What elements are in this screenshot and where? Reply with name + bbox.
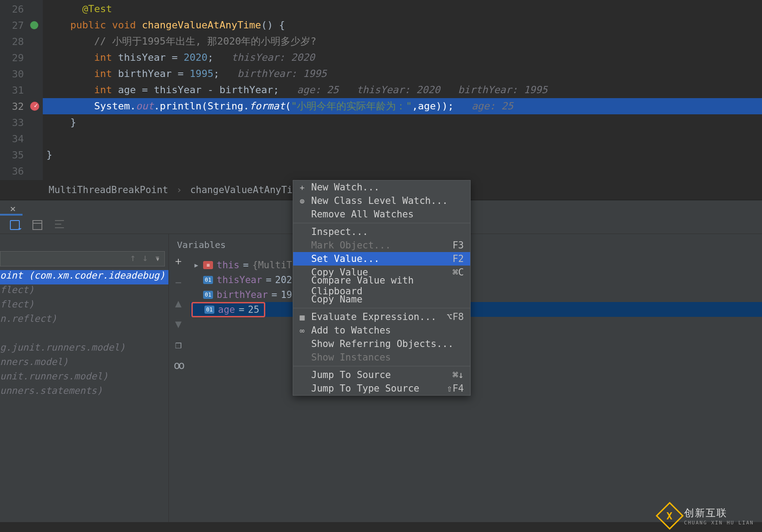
variable-name: thisYear (217, 275, 262, 285)
menu-label: Set Value... (311, 253, 380, 264)
gutter-line[interactable]: 36 (0, 163, 43, 179)
gutter-line[interactable]: 34 (0, 131, 43, 147)
arrow-down-icon[interactable]: ↓ (142, 252, 148, 263)
frame-item[interactable]: unners.statements) (0, 385, 168, 400)
watermark-brand: 创新互联 (684, 506, 754, 520)
identifier: System (94, 100, 130, 112)
menu-item-add-watches[interactable]: ∞Add to Watches (293, 324, 470, 337)
logo-icon: X (656, 502, 684, 530)
menu-item-compare-clipboard[interactable]: Compare Value with Clipboard (293, 279, 470, 293)
menu-item-remove-watches[interactable]: Remove All Watches (293, 207, 470, 221)
duplicate-icon[interactable]: ❐ (175, 338, 181, 351)
arrow-up-icon[interactable]: ↑ (130, 252, 136, 263)
frame-item[interactable] (0, 328, 168, 342)
keyword: int (94, 68, 112, 79)
menu-item-copy-name[interactable]: Copy Name (293, 293, 470, 306)
gutter-line[interactable]: 33 (0, 114, 43, 131)
arrow-down-icon[interactable]: ▼ (175, 318, 181, 330)
menu-label: New Class Level Watch... (311, 195, 448, 206)
menu-item-new-class-watch[interactable]: ⊚New Class Level Watch... (293, 194, 470, 207)
menu-label: Mark Object... (311, 240, 391, 251)
arrow-up-icon[interactable]: ▲ (175, 297, 181, 310)
menu-shortcut: F2 (453, 253, 464, 264)
menu-shortcut: ⇧F4 (447, 383, 464, 394)
variable-node[interactable]: ▶ ≡ this = {MultiThre (190, 257, 762, 272)
code-editor[interactable]: 26 27 28 29 30 31 32 33 34 35 36 @Test p… (0, 0, 762, 180)
menu-label: Jump To Type Source (311, 383, 419, 394)
menu-item-jump-source[interactable]: Jump To Source⌘↓ (293, 368, 470, 382)
gutter-line[interactable]: 26 (0, 1, 43, 17)
glasses-icon[interactable]: oo (174, 359, 183, 372)
gutter-line[interactable]: 31 (0, 82, 43, 98)
identifier: age (418, 100, 436, 112)
glasses-icon: ∞ (298, 326, 307, 335)
menu-item-set-value[interactable]: Set Value...F2 (293, 252, 470, 266)
menu-separator (293, 223, 470, 223)
remove-watch-icon[interactable]: − (175, 276, 181, 289)
code-area[interactable]: @Test public void changeValueAtAnyTime()… (43, 0, 762, 180)
frames-panel[interactable]: ▾ ↑ ↓ ▾ oint (com.xm.coder.ideadebug) fl… (0, 234, 169, 522)
gutter-line[interactable]: 28 (0, 33, 43, 50)
active-tab-indicator (0, 214, 23, 216)
variables-toolbar: ＋ − ▲ ▼ ❐ oo (169, 254, 188, 372)
gutter-line[interactable]: 30 (0, 66, 43, 82)
identifier: birthYear (219, 84, 273, 95)
method-name: changeValueAtAnyTime (142, 19, 261, 31)
menu-item-jump-type-source[interactable]: Jump To Type Source⇧F4 (293, 382, 470, 395)
identifier: String (208, 100, 243, 112)
inline-hint: age: 25 (472, 100, 513, 112)
close-icon[interactable]: × (10, 203, 16, 214)
watermark: X 创新互联 CHUANG XIN HU LIAN (660, 506, 754, 526)
menu-item-inspect[interactable]: Inspect... (293, 225, 470, 239)
evaluate-expression-icon[interactable] (10, 220, 20, 230)
menu-item-referring-objects[interactable]: Show Referring Objects... (293, 337, 470, 351)
frames-list[interactable]: oint (com.xm.coder.ideadebug) flect) fle… (0, 270, 168, 400)
context-menu[interactable]: +New Watch... ⊚New Class Level Watch... … (293, 180, 471, 396)
breadcrumb-class[interactable]: MultiThreadBreakPoint (49, 185, 168, 195)
keyword: int (94, 52, 112, 63)
number: 2020 (184, 52, 208, 63)
highlight-box: 01 age = 25 (191, 302, 265, 317)
calculator-icon: ▦ (298, 312, 307, 322)
variable-node[interactable]: 01 birthYear = 1995 (190, 287, 762, 302)
frame-item[interactable]: unit.runners.model) (0, 371, 168, 385)
variable-node[interactable]: 01 age = 25 (190, 302, 762, 317)
menu-label: Remove All Watches (311, 209, 414, 220)
menu-item-evaluate[interactable]: ▦Evaluate Expression...⌥F8 (293, 310, 470, 324)
watermark-sub: CHUANG XIN HU LIAN (684, 520, 754, 526)
comment: // 小明于1995年出生, 那2020年的小明多少岁? (94, 36, 316, 47)
frame-item[interactable]: oint (com.xm.coder.ideadebug) (0, 270, 168, 284)
frame-item[interactable]: flect) (0, 299, 168, 313)
frame-item[interactable]: g.junit.runners.model) (0, 342, 168, 356)
method-call: format (249, 100, 285, 112)
object-icon: ≡ (203, 261, 213, 269)
filter-icon[interactable]: ▾ (154, 252, 160, 263)
calculator-icon[interactable] (32, 220, 42, 230)
menu-shortcut: F3 (453, 240, 464, 251)
identifier: birthYear (118, 68, 172, 79)
menu-item-new-watch[interactable]: +New Watch... (293, 180, 470, 194)
chevron-right-icon: › (177, 185, 182, 195)
equals: = (243, 260, 249, 271)
expand-icon[interactable]: ▶ (193, 261, 200, 269)
variable-node[interactable]: 01 thisYear = 2020 (190, 272, 762, 287)
primitive-icon: 01 (204, 306, 214, 314)
frame-item[interactable]: n.reflect) (0, 313, 168, 328)
watch-icon: ⊚ (298, 196, 307, 206)
variable-value: 25 (248, 304, 259, 315)
menu-label: Add to Watches (311, 325, 391, 336)
settings-icon[interactable] (55, 220, 65, 230)
primitive-icon: 01 (203, 291, 213, 299)
menu-label: Inspect... (311, 226, 368, 237)
menu-item-show-instances: Show Instances (293, 351, 470, 364)
variables-tree[interactable]: ▶ ≡ this = {MultiThre 01 thisYear = 2020… (190, 255, 762, 317)
gutter-line[interactable]: 29 (0, 50, 43, 66)
gutter-line[interactable]: 27 (0, 17, 43, 33)
breakpoint-icon[interactable]: 32 (0, 98, 43, 114)
frame-item[interactable]: nners.model) (0, 356, 168, 371)
frame-item[interactable]: flect) (0, 284, 168, 299)
editor-gutter[interactable]: 26 27 28 29 30 31 32 33 34 35 36 (0, 0, 43, 180)
menu-label: Show Instances (311, 352, 391, 363)
gutter-line[interactable]: 35 (0, 147, 43, 163)
new-watch-icon[interactable]: ＋ (173, 254, 184, 268)
